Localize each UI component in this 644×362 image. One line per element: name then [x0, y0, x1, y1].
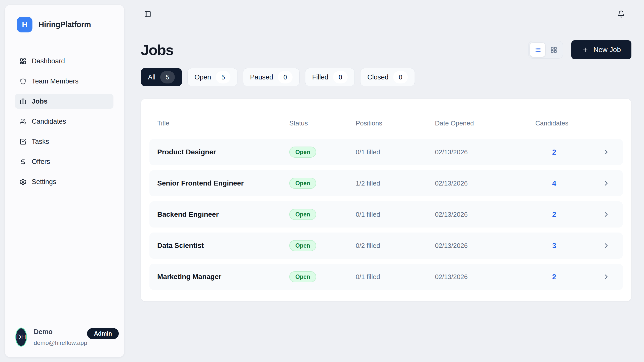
shield-icon [20, 78, 26, 85]
job-title: Product Designer [149, 148, 289, 156]
sidebar-item-label: Candidates [32, 118, 66, 125]
row-chevron-button[interactable] [602, 273, 623, 281]
bell-icon [617, 10, 625, 18]
user-name: Demo [34, 328, 87, 336]
job-title: Data Scientist [149, 242, 289, 250]
job-status-cell: Open [289, 240, 356, 251]
candidates-count-link[interactable]: 3 [535, 242, 573, 250]
sidebar-item-1[interactable]: Team Members [15, 74, 113, 89]
table-row-2[interactable]: Backend Engineer Open 0/1 filled 02/13/2… [149, 201, 623, 228]
tasks-icon [20, 138, 26, 145]
row-chevron-button[interactable] [602, 242, 623, 249]
filter-tab-count: 0 [333, 71, 348, 83]
new-job-button[interactable]: New Job [571, 40, 631, 59]
sidebar-item-0[interactable]: Dashboard [15, 54, 113, 69]
table-body: Product Designer Open 0/1 filled 02/13/2… [149, 139, 623, 290]
role-badge: Admin [87, 328, 119, 339]
jobs-table-card: Title Status Positions Date Opened Candi… [141, 99, 631, 301]
avatar-initials: DH [16, 333, 26, 341]
page-header: Jobs New Job [141, 40, 631, 59]
row-chevron-button[interactable] [602, 179, 623, 187]
briefcase-icon [20, 98, 26, 105]
filter-tab-2[interactable]: Paused 0 [243, 68, 300, 86]
notifications-button[interactable] [617, 10, 625, 18]
chevron-right-icon [602, 211, 610, 218]
panel-left-icon [144, 11, 151, 18]
filter-tab-label: Closed [367, 73, 388, 81]
job-positions: 1/2 filled [356, 179, 435, 187]
job-title: Marketing Manager [149, 273, 289, 281]
sidebar-item-6[interactable]: Settings [15, 174, 113, 189]
users-icon [20, 118, 26, 125]
candidates-count-link[interactable]: 4 [535, 179, 573, 188]
filter-tab-label: All [148, 73, 155, 81]
filter-tab-3[interactable]: Filled 0 [305, 68, 355, 86]
new-job-label: New Job [593, 46, 621, 54]
row-chevron-button[interactable] [602, 211, 623, 218]
chevron-right-icon [602, 179, 610, 187]
user-row[interactable]: DH Demo demo@hireflow.app Admin [15, 328, 113, 347]
dashboard-icon [20, 58, 26, 65]
sidebar-item-4[interactable]: Tasks [15, 134, 113, 149]
filter-tab-1[interactable]: Open 5 [187, 68, 237, 86]
sidebar-item-2[interactable]: Jobs [15, 94, 113, 109]
column-header-candidates: Candidates [535, 119, 601, 127]
candidates-count-link[interactable]: 2 [535, 273, 573, 281]
filter-tab-count: 5 [160, 71, 175, 83]
job-title: Backend Engineer [149, 210, 289, 218]
filter-tab-count: 0 [278, 71, 293, 83]
status-badge: Open [289, 178, 316, 189]
sidebar-item-3[interactable]: Candidates [15, 114, 113, 129]
sidebar: H HiringPlatform Dashboard Team Members … [5, 5, 125, 357]
job-positions: 0/1 filled [356, 211, 435, 218]
page-title: Jobs [141, 41, 173, 58]
filter-tab-label: Open [194, 73, 211, 81]
avatar: DH [15, 328, 27, 347]
list-view-button[interactable] [530, 43, 545, 57]
candidates-count-link[interactable]: 2 [535, 210, 573, 219]
candidates-count-link[interactable]: 2 [535, 148, 573, 156]
filter-tab-0[interactable]: All 5 [141, 68, 182, 86]
status-badge: Open [289, 271, 316, 282]
job-positions: 0/1 filled [356, 148, 435, 156]
filter-tabs: All 5 Open 5 Paused 0 Filled 0 [141, 68, 631, 86]
column-header-positions: Positions [356, 119, 435, 127]
sidebar-item-label: Settings [32, 178, 56, 186]
job-date-opened: 02/13/2026 [435, 148, 535, 156]
filter-tab-label: Paused [250, 73, 273, 81]
header-actions: New Job [528, 40, 631, 59]
chevron-right-icon [602, 148, 610, 156]
job-date-opened: 02/13/2026 [435, 273, 535, 281]
filter-tab-label: Filled [312, 73, 329, 81]
user-email: demo@hireflow.app [34, 339, 87, 346]
job-status-cell: Open [289, 178, 356, 189]
table-row-1[interactable]: Senior Frontend Engineer Open 1/2 filled… [149, 170, 623, 196]
view-toggle [528, 41, 563, 59]
job-status-cell: Open [289, 271, 356, 282]
chevron-right-icon [602, 273, 610, 281]
list-icon [534, 47, 541, 53]
brand-logo: H [17, 17, 32, 32]
status-badge: Open [289, 147, 316, 158]
job-date-opened: 02/13/2026 [435, 242, 535, 250]
job-date-opened: 02/13/2026 [435, 211, 535, 218]
sidebar-nav: Dashboard Team Members Jobs Candidates T… [5, 54, 124, 189]
job-positions: 0/1 filled [356, 273, 435, 281]
brand-name: HiringPlatform [38, 20, 91, 29]
column-header-title: Title [149, 119, 289, 127]
topbar [125, 0, 644, 28]
table-row-4[interactable]: Marketing Manager Open 0/1 filled 02/13/… [149, 264, 623, 290]
table-row-3[interactable]: Data Scientist Open 0/2 filled 02/13/202… [149, 233, 623, 259]
filter-tab-4[interactable]: Closed 0 [360, 68, 415, 86]
job-candidates-cell: 2 [535, 273, 601, 281]
row-chevron-button[interactable] [602, 148, 623, 156]
sidebar-item-label: Offers [32, 158, 50, 166]
table-row-0[interactable]: Product Designer Open 0/1 filled 02/13/2… [149, 139, 623, 165]
column-header-status: Status [289, 119, 356, 127]
sidebar-toggle-button[interactable] [144, 11, 151, 18]
grid-view-button[interactable] [546, 43, 561, 57]
job-candidates-cell: 2 [535, 210, 601, 219]
sidebar-item-5[interactable]: Offers [15, 154, 113, 169]
job-status-cell: Open [289, 147, 356, 158]
settings-icon [20, 178, 26, 185]
